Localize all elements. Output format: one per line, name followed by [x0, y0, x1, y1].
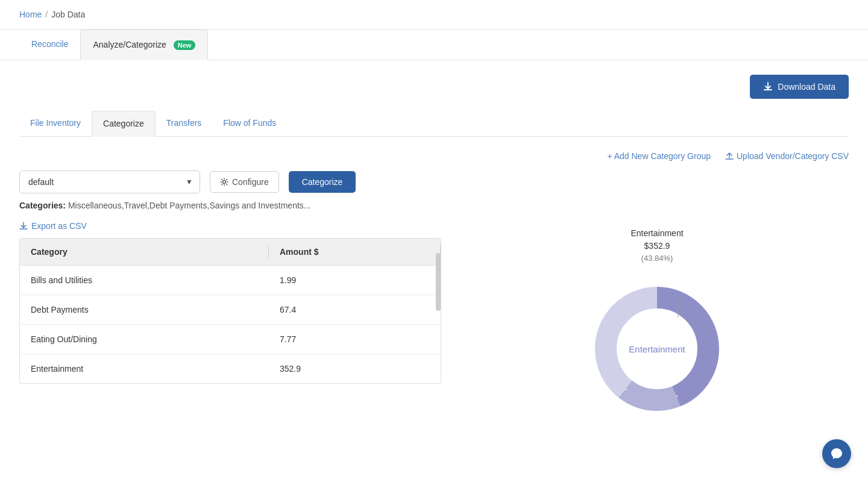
breadcrumb-home[interactable]: Home [19, 10, 42, 19]
category-group-select-wrapper: default ▼ [19, 171, 200, 193]
chart-percent: (43.84%) [631, 252, 683, 264]
cell-amount: 67.4 [269, 295, 441, 325]
breadcrumb: Home / Job Data [0, 0, 868, 30]
categorize-button[interactable]: Categorize [289, 171, 356, 193]
tab-flow-of-funds[interactable]: Flow of Funds [212, 111, 287, 136]
tab-transfers[interactable]: Transfers [156, 111, 213, 136]
cell-category: Entertainment [20, 354, 269, 384]
new-badge: New [174, 40, 196, 50]
upload-csv-button[interactable]: Upload Vendor/Category CSV [725, 151, 849, 161]
table-row: Entertainment 352.9 [20, 354, 441, 384]
donut-svg [585, 277, 729, 421]
cell-category: Debt Payments [20, 295, 269, 325]
export-csv-button[interactable]: Export as CSV [19, 221, 87, 231]
categories-label: Categories: Miscellaneous,Travel,Debt Pa… [19, 201, 849, 210]
breadcrumb-current: Job Data [51, 10, 85, 19]
tab-file-inventory[interactable]: File Inventory [19, 111, 92, 136]
configure-button[interactable]: Configure [210, 171, 279, 193]
table-section: Export as CSV Category Amount $ Bills an… [19, 221, 441, 384]
main-content: Download Data File Inventory Categorize … [0, 60, 868, 436]
breadcrumb-separator: / [45, 10, 48, 19]
category-group-select[interactable]: default [19, 171, 200, 193]
top-tabs: Reconcile Analyze/Categorize New [0, 30, 868, 60]
upload-icon [725, 152, 734, 160]
tab-reconcile[interactable]: Reconcile [19, 30, 80, 60]
cell-category: Bills and Utilities [20, 266, 269, 295]
cell-amount: 1.99 [269, 266, 441, 295]
secondary-tabs: File Inventory Categorize Transfers Flow… [19, 111, 849, 137]
svg-point-0 [223, 181, 226, 184]
donut-chart: Entertainment [585, 277, 729, 421]
table-row: Bills and Utilities 1.99 [20, 266, 441, 295]
cell-category: Eating Out/Dining [20, 325, 269, 354]
chart-title: Entertainment [631, 227, 683, 240]
download-data-button[interactable]: Download Data [750, 75, 849, 99]
add-category-group-button[interactable]: + Add New Category Group [607, 151, 711, 161]
controls-row: default ▼ Configure Categorize [19, 171, 849, 193]
col-header-amount: Amount $ [269, 239, 441, 266]
table-row: Eating Out/Dining 7.77 [20, 325, 441, 354]
scrollbar[interactable] [436, 253, 441, 311]
gear-icon [220, 178, 228, 186]
table-row: Debt Payments 67.4 [20, 295, 441, 325]
download-small-icon [19, 222, 28, 230]
tab-analyze-categorize[interactable]: Analyze/Categorize New [80, 30, 208, 60]
table-header-row: Category Amount $ [20, 239, 441, 266]
top-actions: Download Data [19, 75, 849, 99]
cell-amount: 7.77 [269, 325, 441, 354]
cell-amount: 352.9 [269, 354, 441, 384]
col-header-category: Category [20, 239, 269, 266]
chart-amount: $352.9 [631, 240, 683, 252]
tab-categorize[interactable]: Categorize [92, 111, 156, 137]
category-table: Category Amount $ Bills and Utilities 1.… [19, 238, 441, 384]
download-icon [763, 82, 773, 92]
main-layout: Export as CSV Category Amount $ Bills an… [19, 221, 849, 421]
chart-label: Entertainment $352.9 (43.84%) [631, 227, 683, 264]
category-actions: + Add New Category Group Upload Vendor/C… [19, 151, 849, 161]
chart-section: Entertainment $352.9 (43.84%) [465, 221, 849, 421]
